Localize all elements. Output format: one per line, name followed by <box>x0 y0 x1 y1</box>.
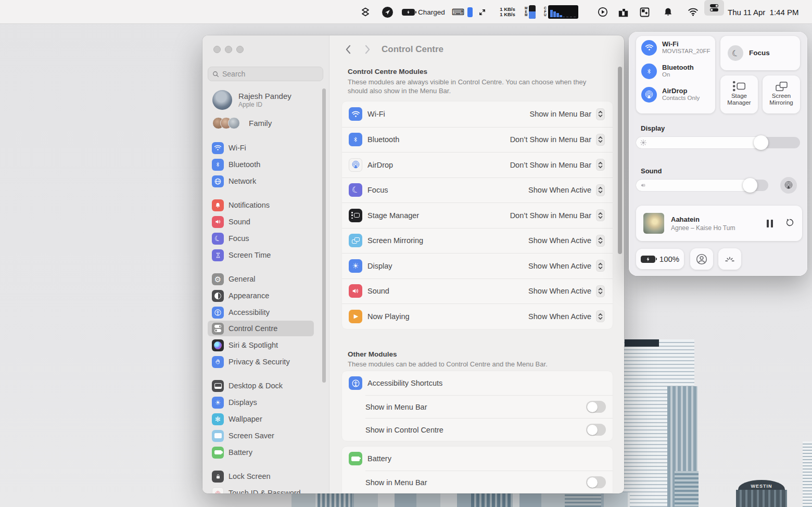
module-row-focus: ☾ Focus Show When Active <box>342 178 613 203</box>
back-button[interactable] <box>341 43 354 56</box>
siri-icon <box>212 339 224 351</box>
dropdown-stepper[interactable] <box>596 310 605 322</box>
section-title: Control Centre Modules <box>348 68 427 75</box>
globe-icon <box>212 175 224 187</box>
now-playing-card[interactable]: Aahatein Agnee – Kaise Ho Tum <box>636 206 802 241</box>
control-centre-menu-icon[interactable] <box>704 0 724 16</box>
sidebar-item-privacy-security[interactable]: Privacy & Security <box>208 354 314 370</box>
search-input[interactable]: Search <box>208 67 323 81</box>
user-switch-button[interactable] <box>690 248 713 270</box>
sidebar-item-appearance[interactable]: Appearance <box>208 288 314 303</box>
module-row-bluetooth: Bluetooth Don’t Show in Menu Bar <box>342 127 613 153</box>
dropdown-stepper[interactable] <box>596 260 605 272</box>
play-menu-icon[interactable] <box>597 0 609 24</box>
dropdown-stepper[interactable] <box>596 108 605 120</box>
cc-airdrop-row[interactable]: AirDropContacts Only <box>636 83 715 106</box>
memory-monitor[interactable]: MEM <box>525 0 536 24</box>
moon-icon: ☾ <box>212 233 224 245</box>
show-in-menu-bar-toggle[interactable] <box>586 476 606 488</box>
slider-knob[interactable] <box>743 178 757 193</box>
battery-menu-item[interactable]: Charged <box>402 0 445 24</box>
now-playing-title: Aahatein <box>671 216 760 223</box>
module-row-now-playing: ▶ Now Playing Show When Active <box>342 303 613 329</box>
show-in-control-centre-toggle[interactable] <box>586 424 606 436</box>
indicator-pill-icon[interactable] <box>466 0 474 24</box>
keyboard-menu-icon[interactable]: ⌨ <box>452 0 464 24</box>
sidebar-item-lock-screen[interactable]: Lock Screen <box>208 468 314 484</box>
dropdown-stepper[interactable] <box>596 235 605 247</box>
cc-bluetooth-row[interactable]: BluetoothOn <box>636 59 715 83</box>
screen-mirroring-tile[interactable]: ScreenMirroring <box>763 75 800 113</box>
sidebar-item-general[interactable]: ⚙ General <box>208 271 314 287</box>
replay-button[interactable] <box>785 218 795 230</box>
battery-charging-icon <box>641 256 655 263</box>
display-brightness-icon: ☀ <box>212 397 224 409</box>
control-centre-icon <box>212 323 224 335</box>
slider-knob[interactable] <box>754 135 768 150</box>
wifi-menu-icon[interactable] <box>686 0 700 24</box>
sidebar-item-battery[interactable]: Battery <box>208 445 314 460</box>
toggle-row: Show in Menu Bar <box>365 471 613 493</box>
location-menu-icon[interactable] <box>380 0 394 24</box>
wifi-icon <box>349 107 362 121</box>
notification-bell-menu-icon[interactable] <box>661 0 675 24</box>
window-layout-menu-icon[interactable] <box>638 0 651 24</box>
minimize-window-button[interactable] <box>225 46 232 53</box>
cc-wifi-row[interactable]: Wi-FiMOVISTAR_20FF <box>636 36 715 59</box>
toggle-row: Show in Control Centre <box>365 418 613 441</box>
close-window-button[interactable] <box>213 46 221 53</box>
show-in-menu-bar-toggle[interactable] <box>586 401 606 413</box>
sidebar-item-wifi[interactable]: Wi-Fi <box>208 140 314 156</box>
sidebar-item-focus[interactable]: ☾ Focus <box>208 231 314 246</box>
focus-card[interactable]: ☾ Focus <box>720 36 800 70</box>
sidebar-item-network[interactable]: Network <box>208 173 314 189</box>
avatar <box>212 90 232 110</box>
sidebar-item-siri-spotlight[interactable]: Siri & Spotlight <box>208 337 314 353</box>
dropdown-stepper[interactable] <box>596 209 605 221</box>
dropdown-stepper[interactable] <box>596 184 605 196</box>
sidebar-item-touch-id[interactable]: Touch ID & Password <box>208 485 314 493</box>
dropdown-stepper[interactable] <box>596 134 605 146</box>
module-row-display: ☀ Display Show When Active <box>342 253 613 278</box>
sidebar-item-screen-time[interactable]: Screen Time <box>208 247 314 263</box>
zoom-window-button[interactable] <box>236 46 244 53</box>
sidebar-item-displays[interactable]: ☀ Displays <box>208 395 314 410</box>
display-brightness-slider[interactable] <box>636 137 800 148</box>
sidebar-item-wallpaper[interactable]: ✻ Wallpaper <box>208 411 314 427</box>
stats-menu-icon[interactable] <box>617 0 629 24</box>
settings-content: Control Centre Control Centre Modules Th… <box>330 35 624 493</box>
dropdown-stepper[interactable] <box>596 159 605 171</box>
sidebar-item-desktop-dock[interactable]: Desktop & Dock <box>208 378 314 394</box>
pause-button[interactable] <box>767 220 773 227</box>
wallpaper-building <box>736 490 787 507</box>
bluetooth-icon <box>641 64 657 79</box>
section-description: These modules are always visible in Cont… <box>348 78 603 95</box>
dropdown-stepper[interactable] <box>596 285 605 297</box>
sidebar-item-accessibility[interactable]: Accessibility <box>208 305 314 320</box>
sidebar-item-control-centre[interactable]: Control Centre <box>208 321 314 336</box>
battery-status-card[interactable]: 100% <box>636 249 684 269</box>
hourglass-icon <box>212 249 224 261</box>
battery-module-card: Battery Show in Menu Bar <box>341 446 613 493</box>
stacks-menu-icon[interactable] <box>358 0 373 24</box>
sidebar-item-notifications[interactable]: Notifications <box>208 197 314 213</box>
speaker-icon <box>212 216 224 228</box>
network-speed-indicator[interactable]: 1 KB/s1 KB/s <box>496 0 519 24</box>
accessibility-shortcuts-card: Accessibility Shortcuts Show in Menu Bar… <box>341 371 613 441</box>
sound-volume-slider[interactable] <box>636 180 768 191</box>
resize-arrows-icon[interactable] <box>477 0 487 24</box>
apple-id-row[interactable]: Rajesh Pandey Apple ID <box>212 90 291 110</box>
wallpaper-building <box>318 492 352 507</box>
sidebar-item-bluetooth[interactable]: Bluetooth <box>208 157 314 172</box>
stage-manager-tile[interactable]: StageManager <box>720 75 758 113</box>
sidebar-item-screen-saver[interactable]: Screen Saver <box>208 428 314 443</box>
sidebar-item-sound[interactable]: Sound <box>208 214 314 230</box>
sidebar-scrollbar[interactable] <box>322 88 326 383</box>
content-scrollbar[interactable] <box>618 67 622 254</box>
keyboard-brightness-button[interactable] <box>718 248 741 270</box>
cpu-monitor[interactable]: CPU <box>544 0 578 24</box>
menu-bar-clock[interactable]: Thu 11 Apr 1:44 PM <box>728 0 807 24</box>
family-row[interactable]: Family <box>212 117 272 129</box>
audio-output-button[interactable] <box>780 177 797 194</box>
forward-button[interactable] <box>361 43 374 56</box>
